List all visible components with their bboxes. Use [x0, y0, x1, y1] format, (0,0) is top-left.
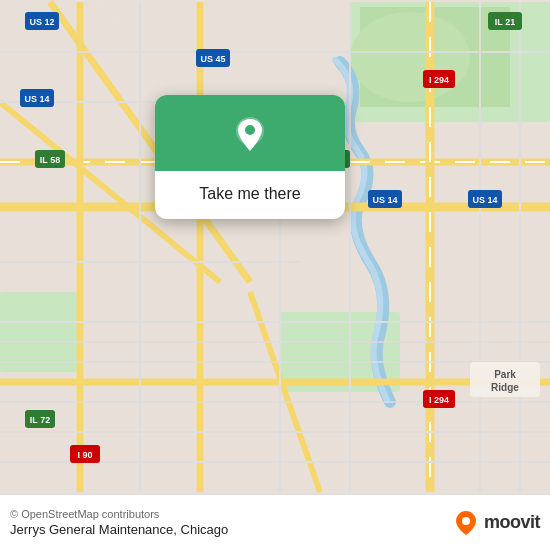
bottom-bar: © OpenStreetMap contributors Jerrys Gene…	[0, 494, 550, 550]
popup-card: Take me there	[155, 95, 345, 219]
svg-text:IL 58: IL 58	[40, 155, 60, 165]
svg-rect-4	[0, 292, 80, 372]
svg-text:IL 72: IL 72	[30, 415, 50, 425]
moovit-logo: moovit	[452, 509, 540, 537]
moovit-icon	[452, 509, 480, 537]
svg-text:I 294: I 294	[429, 395, 449, 405]
svg-text:I 90: I 90	[77, 450, 92, 460]
svg-point-62	[245, 125, 255, 135]
app: US 12 US 45 IL 21 US 14 IL 58 US 14 IL 5…	[0, 0, 550, 550]
popup-footer: Take me there	[155, 171, 345, 219]
map-container: US 12 US 45 IL 21 US 14 IL 58 US 14 IL 5…	[0, 0, 550, 494]
svg-text:US 14: US 14	[24, 94, 49, 104]
svg-point-63	[462, 517, 470, 525]
svg-point-3	[350, 12, 470, 102]
moovit-text: moovit	[484, 512, 540, 533]
location-pin-icon	[228, 113, 272, 157]
map-background: US 12 US 45 IL 21 US 14 IL 58 US 14 IL 5…	[0, 0, 550, 494]
svg-text:US 45: US 45	[200, 54, 225, 64]
svg-text:US 12: US 12	[29, 17, 54, 27]
place-name: Jerrys General Maintenance, Chicago	[10, 522, 228, 537]
svg-text:Park: Park	[494, 369, 516, 380]
svg-text:US 14: US 14	[372, 195, 397, 205]
attribution-text: © OpenStreetMap contributors	[10, 509, 228, 520]
svg-text:I 294: I 294	[429, 75, 449, 85]
svg-text:IL 21: IL 21	[495, 17, 515, 27]
popup-header	[155, 95, 345, 171]
svg-text:Ridge: Ridge	[491, 382, 519, 393]
bottom-left-section: © OpenStreetMap contributors Jerrys Gene…	[10, 509, 228, 537]
svg-text:US 14: US 14	[472, 195, 497, 205]
take-me-there-button[interactable]: Take me there	[191, 181, 308, 207]
